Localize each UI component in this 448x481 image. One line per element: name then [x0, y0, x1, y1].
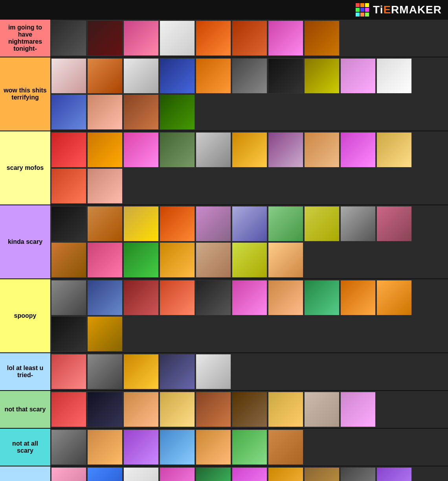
char-item[interactable]	[87, 429, 123, 465]
tier-row-kinda-scary: kinda scary	[0, 205, 448, 279]
char-item[interactable]	[160, 467, 195, 481]
char-item[interactable]	[376, 132, 412, 168]
char-item[interactable]	[232, 242, 267, 278]
char-item[interactable]	[51, 280, 86, 315]
char-item[interactable]	[376, 280, 412, 315]
tier-items-not-at-all	[50, 429, 448, 466]
char-item[interactable]	[268, 429, 303, 465]
char-item[interactable]	[160, 280, 195, 315]
char-item[interactable]	[51, 242, 86, 278]
char-item[interactable]	[51, 58, 86, 94]
char-item[interactable]	[51, 392, 86, 427]
char-item[interactable]	[196, 132, 231, 168]
char-item[interactable]	[51, 429, 86, 465]
char-item[interactable]	[51, 354, 86, 389]
char-item[interactable]	[87, 354, 123, 389]
char-item[interactable]	[160, 354, 195, 389]
char-item[interactable]	[123, 20, 159, 56]
char-item[interactable]	[196, 354, 231, 389]
char-item[interactable]	[268, 58, 303, 94]
char-item[interactable]	[123, 280, 159, 315]
char-item[interactable]	[268, 467, 303, 481]
char-item[interactable]	[123, 354, 159, 389]
tier-items-nightmare	[50, 20, 448, 57]
char-item[interactable]	[123, 58, 159, 94]
char-item[interactable]	[196, 20, 231, 56]
char-item[interactable]	[232, 429, 267, 465]
char-item[interactable]	[51, 94, 86, 130]
char-item[interactable]	[268, 280, 303, 315]
char-item[interactable]	[340, 206, 376, 241]
char-item[interactable]	[123, 467, 159, 481]
char-item[interactable]	[304, 20, 340, 56]
char-item[interactable]	[51, 467, 86, 481]
char-item[interactable]	[268, 392, 303, 427]
char-item[interactable]	[123, 392, 159, 427]
char-item[interactable]	[304, 206, 340, 241]
char-item[interactable]	[160, 429, 195, 465]
char-item[interactable]	[376, 467, 412, 481]
char-item[interactable]	[340, 392, 376, 427]
char-item[interactable]	[87, 168, 123, 204]
char-item[interactable]	[232, 280, 267, 315]
tier-label-scary-mofos: scary mofos	[0, 131, 50, 205]
char-item[interactable]	[232, 58, 267, 94]
char-item[interactable]	[196, 392, 231, 427]
char-item[interactable]	[196, 242, 231, 278]
char-item[interactable]	[123, 94, 159, 130]
char-item[interactable]	[87, 94, 123, 130]
char-item[interactable]	[268, 20, 303, 56]
char-item[interactable]	[87, 206, 123, 241]
char-item[interactable]	[160, 94, 195, 130]
char-item[interactable]	[196, 429, 231, 465]
char-item[interactable]	[87, 392, 123, 427]
char-item[interactable]	[304, 58, 340, 94]
char-item[interactable]	[160, 20, 195, 56]
char-item[interactable]	[160, 206, 195, 241]
char-item[interactable]	[51, 316, 86, 352]
char-item[interactable]	[340, 132, 376, 168]
char-item[interactable]	[87, 132, 123, 168]
char-item[interactable]	[196, 467, 231, 481]
char-item[interactable]	[232, 206, 267, 241]
char-item[interactable]	[268, 242, 303, 278]
char-item[interactable]	[51, 206, 86, 241]
tier-label-lol: lol at least u tried-	[0, 353, 50, 390]
char-item[interactable]	[87, 20, 123, 56]
char-item[interactable]	[196, 206, 231, 241]
char-item[interactable]	[123, 206, 159, 241]
char-item[interactable]	[304, 392, 340, 427]
char-item[interactable]	[340, 467, 376, 481]
char-item[interactable]	[160, 242, 195, 278]
char-item[interactable]	[160, 132, 195, 168]
char-item[interactable]	[340, 58, 376, 94]
char-item[interactable]	[268, 206, 303, 241]
char-item[interactable]	[232, 467, 267, 481]
char-item[interactable]	[376, 58, 412, 94]
char-item[interactable]	[304, 132, 340, 168]
char-item[interactable]	[87, 280, 123, 315]
char-item[interactable]	[51, 20, 86, 56]
char-item[interactable]	[304, 467, 340, 481]
char-item[interactable]	[232, 132, 267, 168]
char-item[interactable]	[123, 132, 159, 168]
char-item[interactable]	[123, 242, 159, 278]
char-item[interactable]	[87, 467, 123, 481]
char-item[interactable]	[232, 20, 267, 56]
char-item[interactable]	[87, 242, 123, 278]
char-item[interactable]	[123, 429, 159, 465]
char-item[interactable]	[268, 132, 303, 168]
char-item[interactable]	[160, 392, 195, 427]
char-item[interactable]	[304, 280, 340, 315]
char-item[interactable]	[87, 316, 123, 352]
char-item[interactable]	[376, 206, 412, 241]
char-item[interactable]	[232, 392, 267, 427]
char-item[interactable]	[51, 132, 86, 168]
char-item[interactable]	[160, 58, 195, 94]
char-item[interactable]	[196, 58, 231, 94]
char-item[interactable]	[87, 58, 123, 94]
char-item[interactable]	[51, 168, 86, 204]
char-item[interactable]	[196, 280, 231, 315]
tier-row-spoopy: spoopy	[0, 279, 448, 353]
char-item[interactable]	[340, 280, 376, 315]
